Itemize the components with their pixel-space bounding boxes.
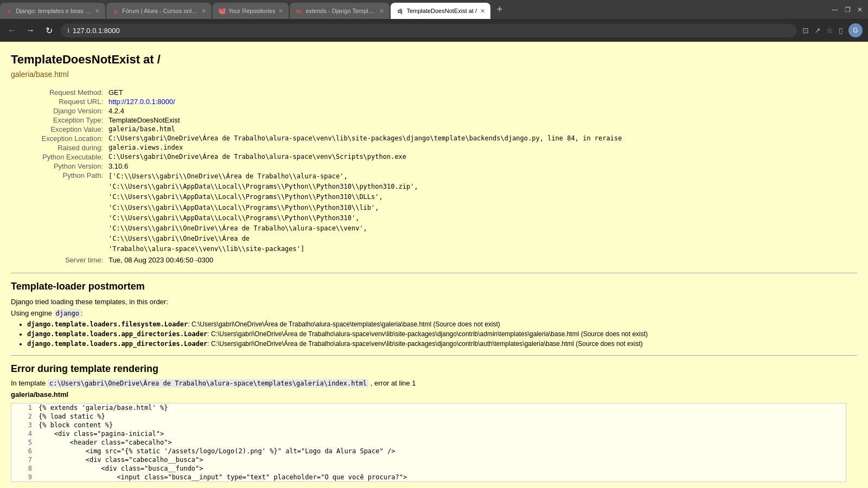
- server-time-label: Server time:: [22, 256, 108, 264]
- python-executable-value: C:\Users\gabri\OneDrive\Área de Trabalho…: [108, 153, 406, 161]
- minimize-button[interactable]: —: [832, 6, 838, 14]
- code-line-number: 2: [16, 413, 32, 420]
- url-bar[interactable]: ℹ 127.0.0.1:8000: [61, 24, 797, 37]
- python-path-line: 'C:\\Users\\gabri\\AppData\\Local\\Progr…: [108, 182, 418, 192]
- server-time-row: Server time: Tue, 08 Aug 2023 00:46:50 -…: [22, 256, 857, 264]
- code-line-content: {% block content %}: [39, 421, 113, 429]
- tab-github[interactable]: 🐙 Your Repositories ✕: [213, 3, 289, 19]
- error-template-path: c:\Users\gabri\OneDrive\Área de Trabalho…: [48, 379, 368, 388]
- info-table: Request Method: GET Request URL: http://…: [22, 88, 857, 264]
- python-path-line: 'C:\\Users\\gabri\\AppData\\Local\\Progr…: [108, 203, 418, 213]
- code-line: 7 <div class="cabecalho__busca">: [11, 455, 846, 464]
- code-line: 9 <input class="busca__input" type="text…: [11, 473, 846, 481]
- profile-avatar[interactable]: G: [848, 23, 863, 37]
- python-version-row: Python Version: 3.10.6: [22, 162, 857, 170]
- close-button[interactable]: ✕: [857, 6, 863, 14]
- toolbar-icons: ⊡ ↗ ☆ ▯ G: [802, 23, 863, 37]
- code-line-content: <div class="busca__fundo">: [39, 465, 203, 472]
- tab-label-extends: extends - Django Template Tags...: [305, 8, 376, 14]
- bookmark-icon[interactable]: ☆: [826, 26, 833, 35]
- code-line-content: <div class="pagina-inicial">: [39, 430, 164, 438]
- tab-close-django[interactable]: ✕: [92, 8, 100, 15]
- code-line-content: <header class="cabecalho">: [39, 439, 172, 446]
- python-executable-row: Python Executable: C:\Users\gabri\OneDri…: [22, 153, 857, 161]
- python-path-line: 'C:\\Users\\gabri\\OneDrive\\Área de Tra…: [108, 223, 418, 234]
- window-controls: — ❐ ✕: [826, 3, 868, 19]
- url-text: 127.0.0.1:8000: [73, 27, 120, 35]
- raised-during-value: galeria.views.index: [108, 144, 183, 152]
- engine-label: Using engine django:: [11, 309, 857, 317]
- code-line: 2{% load static %}: [11, 412, 846, 421]
- template-name: galeria/base.html: [11, 70, 857, 79]
- python-path-row: Python Path: ['C:\\Users\\gabri\\OneDriv…: [22, 171, 857, 255]
- code-line: 4 <div class="pagina-inicial">: [11, 429, 846, 438]
- tab-close-active[interactable]: ✕: [477, 8, 485, 15]
- divider-2: [11, 355, 857, 356]
- code-line: 8 <div class="busca__fundo">: [11, 464, 846, 473]
- lock-icon: ℹ: [67, 27, 69, 34]
- loader-list-item: django.template.loaders.app_directories.…: [27, 330, 857, 338]
- code-line-content: <div class="cabecalho__busca">: [39, 456, 203, 464]
- code-line: 1{% extends 'galeria/base.html' %}: [11, 403, 846, 412]
- code-block: 1{% extends 'galeria/base.html' %}2{% lo…: [11, 403, 846, 482]
- sidebar-icon[interactable]: ▯: [839, 26, 843, 35]
- forward-button[interactable]: →: [24, 25, 37, 35]
- loader-class: django.template.loaders.app_directories.…: [27, 340, 207, 348]
- code-line: 3{% block content %}: [11, 421, 846, 429]
- python-executable-label: Python Executable:: [22, 153, 108, 161]
- tab-close-github[interactable]: ✕: [275, 8, 283, 15]
- error-file-label: galeria/base.html: [11, 390, 857, 399]
- raised-during-row: Raised during: galeria.views.index: [22, 144, 857, 152]
- code-line-content: {% extends 'galeria/base.html' %}: [39, 404, 168, 412]
- tab-django[interactable]: a Django: templates e boas prátic... ✕: [0, 3, 105, 19]
- engine-value: django: [54, 309, 81, 318]
- exception-type-row: Exception Type: TemplateDoesNotExist: [22, 116, 857, 124]
- tab-favicon-django: a: [5, 7, 13, 15]
- tab-active[interactable]: dj TemplateDoesNotExist at / ✕: [391, 3, 490, 19]
- python-path-line: 'C:\\Users\\gabri\\OneDrive\\Área de: [108, 234, 418, 244]
- exception-type-label: Exception Type:: [22, 116, 108, 124]
- page-content: TemplateDoesNotExist at / galeria/base.h…: [0, 42, 868, 488]
- request-url-label: Request URL:: [22, 98, 108, 106]
- tab-favicon-github: 🐙: [218, 7, 226, 15]
- error-title: TemplateDoesNotExist at /: [11, 53, 857, 67]
- django-version-row: Django Version: 4.2.4: [22, 107, 857, 115]
- request-method-value: GET: [108, 88, 123, 97]
- code-line-number: 6: [16, 447, 32, 455]
- request-method-row: Request Method: GET: [22, 88, 857, 97]
- error-rendering-title: Error during template rendering: [11, 363, 857, 375]
- request-url-row: Request URL: http://127.0.0.1:8000/: [22, 98, 857, 106]
- code-line: 5 <header class="cabecalho">: [11, 438, 846, 447]
- template-loader-title: Template-loader postmortem: [11, 281, 857, 292]
- python-path-label: Python Path:: [22, 171, 108, 255]
- code-line-number: 3: [16, 421, 32, 429]
- python-path-line: 'Trabalho\\alura-space\\venv\\lib\\site-…: [108, 244, 418, 254]
- request-method-label: Request Method:: [22, 88, 108, 97]
- tab-favicon-extends: oc: [295, 7, 303, 15]
- django-version-label: Django Version:: [22, 107, 108, 115]
- back-button[interactable]: ←: [5, 25, 18, 35]
- request-url-link[interactable]: http://127.0.0.1:8000/: [108, 98, 175, 106]
- share-icon[interactable]: ↗: [814, 26, 821, 35]
- reload-button[interactable]: ↻: [42, 25, 55, 36]
- code-line-number: 4: [16, 430, 32, 438]
- address-bar: ← → ↻ ℹ 127.0.0.1:8000 ⊡ ↗ ☆ ▯ G: [0, 19, 868, 42]
- restore-button[interactable]: ❐: [845, 6, 851, 14]
- tab-favicon-active: dj: [396, 7, 404, 15]
- tab-close-forum[interactable]: ✕: [198, 8, 206, 15]
- tab-forum[interactable]: a Fórum | Alura - Cursos online de... ✕: [106, 3, 212, 19]
- python-path-line: ['C:\\Users\\gabri\\OneDrive\\Área de Tr…: [108, 171, 418, 182]
- tab-bar: a Django: templates e boas prátic... ✕ a…: [0, 0, 868, 19]
- code-line: 6 <img src="{% static '/assets/logo/Logo…: [11, 447, 846, 455]
- cast-icon[interactable]: ⊡: [802, 26, 809, 35]
- divider-1: [11, 273, 857, 273]
- tab-extends[interactable]: oc extends - Django Template Tags... ✕: [290, 3, 390, 19]
- new-tab-button[interactable]: +: [492, 3, 508, 19]
- loader-list: django.template.loaders.filesystem.Loade…: [11, 320, 857, 348]
- exception-value-label: Exception Value:: [22, 125, 108, 133]
- tab-label-active: TemplateDoesNotExist at /: [406, 8, 477, 14]
- django-version-value: 4.2.4: [108, 107, 124, 115]
- exception-value-row: Exception Value: galeria/base.html: [22, 125, 857, 133]
- tab-close-extends[interactable]: ✕: [376, 8, 384, 15]
- tab-favicon-forum: a: [112, 7, 119, 15]
